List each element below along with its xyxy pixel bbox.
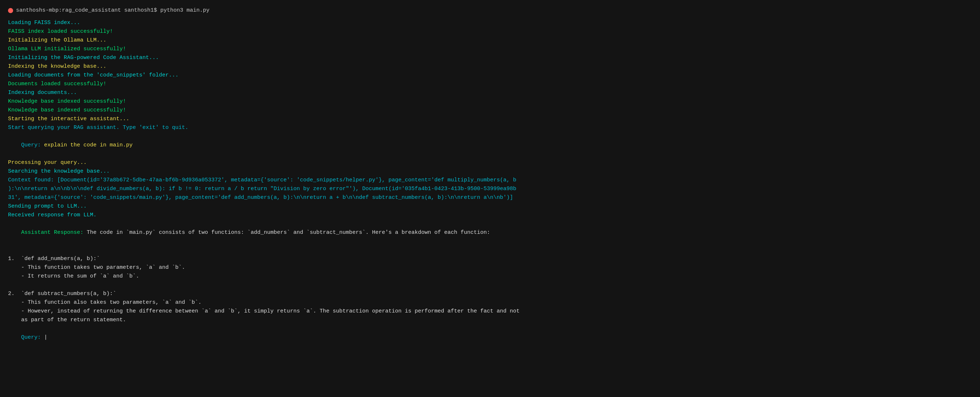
line-response-2: - This function takes two parameters, `a… <box>8 263 972 272</box>
line-searching: Searching the knowledge base... <box>8 167 972 176</box>
line-kb-indexed-2: Knowledge base indexed successfully! <box>8 106 972 115</box>
line-response-3: - It returns the sum of `a` and `b`. <box>8 272 972 281</box>
line-starting-assistant: Starting the interactive assistant... <box>8 115 972 124</box>
line-response-6: - However, instead of returning the diff… <box>8 307 972 316</box>
terminal-window: santhoshs-mbp:rag_code_assistant santhos… <box>0 0 980 397</box>
line-init-rag: Initializing the RAG-powered Code Assist… <box>8 54 972 62</box>
terminal-title: santhoshs-mbp:rag_code_assistant santhos… <box>16 6 210 15</box>
line-response-4: 2. `def subtract_numbers(a, b):` <box>8 289 972 298</box>
line-blank-2 <box>8 281 972 289</box>
line-query-2[interactable]: Query: | <box>8 324 972 351</box>
line-start-querying: Start querying your RAG assistant. Type … <box>8 124 972 132</box>
line-response-7: as part of the return statement. <box>8 316 972 324</box>
line-assistant-response: Assistant Response: The code in `main.py… <box>8 220 972 246</box>
line-received-response: Received response from LLM. <box>8 211 972 220</box>
line-sending-prompt: Sending prompt to LLM... <box>8 202 972 211</box>
query-label-1: Query: <box>21 142 44 148</box>
line-indexing-docs: Indexing documents... <box>8 89 972 97</box>
title-bar: santhoshs-mbp:rag_code_assistant santhos… <box>8 6 972 15</box>
line-context: Context found: [Document(id='37a8b672-5d… <box>8 176 972 202</box>
assistant-response-text: The code in `main.py` consists of two fu… <box>87 229 490 236</box>
query-label-2: Query: <box>21 334 44 341</box>
assistant-response-label: Assistant Response: <box>21 229 87 236</box>
line-loading-faiss: Loading FAISS index... <box>8 19 972 27</box>
line-indexing-kb: Indexing the knowledge base... <box>8 62 972 71</box>
line-query-1: Query: explain the code in main.py <box>8 132 972 159</box>
line-blank-1 <box>8 246 972 255</box>
line-loading-docs: Loading documents from the 'code_snippet… <box>8 71 972 80</box>
query-cursor: | <box>44 334 47 341</box>
line-faiss-loaded: FAISS index loaded successfully! <box>8 27 972 36</box>
line-response-5: - This function also takes two parameter… <box>8 298 972 307</box>
traffic-light-icon <box>8 8 13 13</box>
query-value-1: explain the code in main.py <box>44 142 133 148</box>
line-kb-indexed-1: Knowledge base indexed successfully! <box>8 97 972 106</box>
line-docs-loaded: Documents loaded successfully! <box>8 80 972 89</box>
line-ollama-success: Ollama LLM initialized successfully! <box>8 45 972 54</box>
line-processing: Processing your query... <box>8 159 972 167</box>
line-init-ollama: Initializing the Ollama LLM... <box>8 36 972 45</box>
line-response-1: 1. `def add_numbers(a, b):` <box>8 255 972 263</box>
